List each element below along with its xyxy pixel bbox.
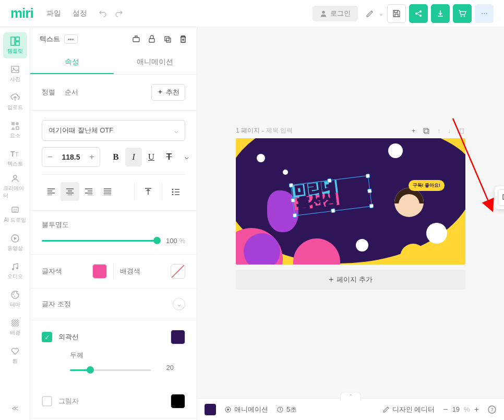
svg-point-32	[172, 194, 174, 196]
outline-color-swatch[interactable]	[171, 330, 185, 344]
svg-rect-28	[165, 37, 169, 41]
svg-rect-34	[425, 129, 429, 134]
more-format[interactable]: ⌵	[178, 148, 195, 166]
page-number: 1 페이지	[236, 126, 260, 135]
label-align[interactable]: 정렬	[42, 88, 55, 97]
rail-theme[interactable]: 테마	[3, 286, 27, 312]
align-left[interactable]	[42, 182, 61, 201]
bottom-animation[interactable]: 애니메이션	[224, 405, 268, 414]
bottom-editor[interactable]: 디자인 에디터	[382, 405, 435, 414]
user-icon	[320, 10, 327, 17]
underline-button[interactable]: U	[143, 148, 160, 166]
rail-photo[interactable]: 사진	[3, 61, 27, 87]
opacity-slider[interactable]	[42, 240, 157, 242]
rail-ai-drawing[interactable]: AI 드로잉	[3, 201, 27, 227]
svg-point-10	[13, 67, 14, 69]
align-center[interactable]	[61, 182, 79, 201]
svg-rect-6	[11, 37, 15, 45]
svg-point-4	[461, 15, 462, 17]
svg-text:T: T	[15, 152, 18, 158]
login-button[interactable]: 로그인	[313, 6, 358, 21]
svg-rect-13	[16, 127, 19, 129]
cart-button[interactable]	[453, 4, 472, 23]
side-rail: 템플릿 사진 업로드 요소 TT텍스트 크리에이터 AI 드로잉 동영상 오디오…	[0, 27, 30, 420]
help-icon[interactable]: ?	[487, 405, 497, 414]
speech-bubble: 구독! 좋아요!	[409, 180, 445, 191]
bottom-duration[interactable]: 5초	[277, 405, 297, 414]
properties-panel: 텍스트 ••• 속성 애니메이션 정렬 순서 추천	[30, 27, 197, 420]
rail-video[interactable]: 동영상	[3, 230, 27, 256]
size-decrease[interactable]: −	[42, 152, 58, 162]
bottom-expand-handle[interactable]: ⌃	[340, 392, 361, 400]
outline-checkbox[interactable]: ✓	[42, 332, 52, 342]
svg-point-3	[419, 15, 422, 17]
tab-animation[interactable]: 애니메이션	[114, 51, 197, 74]
rail-upload[interactable]: 업로드	[3, 89, 27, 115]
bottom-color-swatch[interactable]	[205, 404, 216, 415]
align-justify[interactable]	[98, 182, 117, 201]
lock-icon[interactable]	[148, 35, 156, 43]
menu-file[interactable]: 파일	[46, 9, 61, 18]
strikethrough-button[interactable]: T	[161, 148, 177, 166]
redo-button[interactable]	[115, 9, 123, 18]
link-icon[interactable]	[132, 35, 140, 43]
svg-point-5	[464, 15, 465, 17]
text-color-swatch[interactable]	[92, 264, 107, 279]
rail-creator[interactable]: 크리에이터	[3, 173, 27, 199]
undo-button[interactable]	[99, 9, 107, 18]
thickness-value: 20	[158, 364, 174, 371]
font-select[interactable]: 여기어때 잘난체 OTF ⌵	[42, 120, 185, 141]
copy-icon[interactable]	[163, 35, 172, 43]
svg-point-25	[14, 296, 15, 297]
svg-point-24	[14, 292, 15, 293]
chevron-down-icon[interactable]: ⌄	[378, 9, 384, 17]
pencil-icon[interactable]	[366, 9, 374, 18]
svg-rect-29	[166, 38, 171, 42]
list-button[interactable]	[166, 182, 185, 201]
page-title-input[interactable]: 제목 입력	[266, 126, 293, 135]
zoom-in[interactable]: +	[474, 405, 479, 414]
italic-button[interactable]: I	[125, 148, 142, 166]
delete-icon[interactable]	[179, 35, 187, 43]
size-value[interactable]: 118.5	[58, 153, 84, 161]
clock-icon	[277, 406, 284, 413]
svg-text:T: T	[10, 150, 15, 158]
save-button[interactable]	[387, 4, 406, 23]
valign-top[interactable]	[139, 182, 158, 201]
zoom-value[interactable]: 19	[452, 405, 460, 413]
char-adjust-expand[interactable]: ⌵	[173, 298, 185, 310]
rail-template[interactable]: 템플릿	[3, 32, 27, 58]
rail-collapse[interactable]: ≪	[11, 404, 19, 412]
svg-point-2	[419, 10, 422, 13]
thickness-slider[interactable]	[70, 369, 151, 371]
page-copy-icon[interactable]	[423, 127, 430, 135]
svg-point-22	[16, 267, 18, 269]
share-button[interactable]	[409, 4, 428, 23]
panel-more-button[interactable]: •••	[64, 34, 78, 44]
svg-rect-26	[133, 38, 139, 42]
more-button[interactable]: ⋯	[475, 4, 494, 23]
menu-settings[interactable]: 설정	[73, 9, 87, 18]
bold-button[interactable]: B	[107, 148, 124, 166]
rail-audio[interactable]: 오디오	[3, 258, 27, 284]
size-increase[interactable]: +	[84, 152, 100, 162]
shadow-color-swatch[interactable]	[171, 394, 185, 409]
align-right[interactable]	[79, 182, 98, 201]
pencil-icon	[382, 406, 390, 413]
rail-favorite[interactable]: 찜	[3, 342, 27, 368]
shadow-checkbox[interactable]	[42, 396, 52, 406]
rail-text[interactable]: TT텍스트	[3, 145, 27, 171]
label-order[interactable]: 순서	[65, 88, 78, 97]
rail-background[interactable]: 배경	[3, 314, 27, 340]
page-add-icon[interactable]: +	[412, 127, 415, 135]
add-page-button[interactable]: +페이지 추가	[236, 270, 465, 290]
design-canvas[interactable]: 구독! 좋아요! 미리네 흥선생	[236, 138, 465, 265]
animation-icon	[224, 406, 232, 413]
tab-properties[interactable]: 속성	[30, 51, 114, 74]
logo: miri	[10, 5, 33, 21]
bg-color-swatch[interactable]	[171, 264, 185, 279]
recommend-button[interactable]: 추천	[151, 84, 185, 101]
download-button[interactable]	[431, 4, 450, 23]
rail-element[interactable]: 요소	[3, 117, 27, 143]
zoom-out[interactable]: −	[443, 405, 448, 414]
